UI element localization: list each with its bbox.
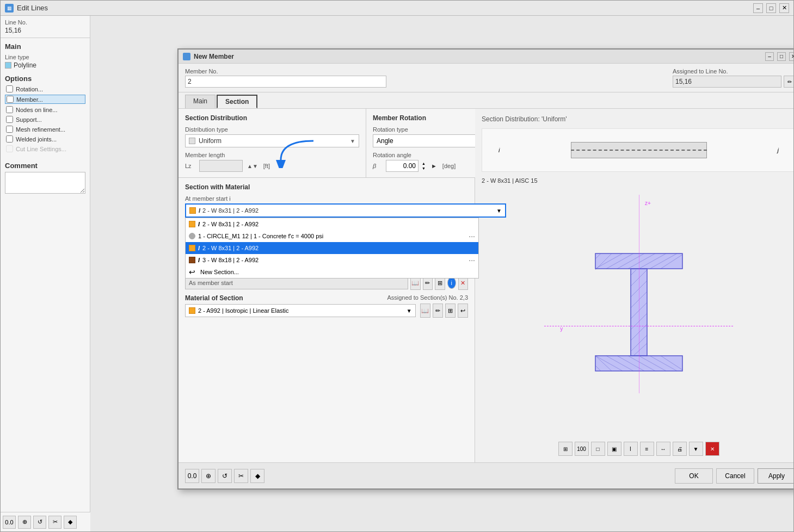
rot-type-select[interactable]: Angle ▼ (373, 134, 493, 147)
mesh-refinement-label: Mesh refinement... (16, 126, 65, 133)
dialog-bottom-icon-3[interactable]: ↺ (218, 469, 232, 483)
material-section: Material of Section Assigned to Section(… (185, 294, 468, 318)
comment-input[interactable] (5, 172, 85, 194)
assigned-edit-btn[interactable]: ✏ (784, 76, 793, 88)
mesh-refinement-checkbox[interactable] (6, 126, 13, 133)
minimize-button[interactable]: – (753, 3, 763, 13)
section-selected-text: 2 - W 8x31 | 2 - A992 (202, 207, 496, 214)
member-checkbox[interactable] (7, 96, 14, 103)
sec-item-3-icon (189, 245, 195, 251)
main-content: New Member – □ ✕ Member No. (90, 16, 793, 531)
rp-icon-9[interactable]: ▼ (689, 442, 703, 456)
sec-item-4-dots[interactable]: ··· (469, 256, 475, 264)
section-item-3[interactable]: I 2 - W 8x31 | 2 - A992 (186, 242, 478, 254)
new-member-dialog: New Member – □ ✕ Member No. (177, 48, 793, 490)
member-no-input[interactable] (185, 76, 386, 88)
section-material-title: Section with Material (185, 183, 468, 191)
section-dropdown-container: I 2 - W 8x31 | 2 - A992 ▼ (185, 203, 506, 218)
tab-section[interactable]: Section (217, 95, 257, 108)
material-book-btn[interactable]: 📖 (420, 304, 430, 318)
option-cut-line-settings[interactable]: Cut Line Settings... (5, 145, 85, 153)
lz-spinners[interactable]: ▲▼ (247, 163, 258, 169)
rp-icon-4[interactable]: ▣ (607, 442, 621, 456)
dialog-bottom-icon-5[interactable]: ◆ (250, 469, 264, 483)
rp-icon-5[interactable]: I (624, 442, 638, 456)
dialog-bottom-icon-1[interactable]: 0.0 (185, 469, 199, 483)
dialog-bottom-icon-2[interactable]: ⊕ (201, 469, 216, 483)
welded-joints-label: Welded joints... (16, 136, 57, 143)
z-plus-label: z+ (645, 200, 651, 206)
rp-icon-6[interactable]: ≡ (640, 442, 654, 456)
edit-lines-body: Line No. 15,16 Main Line type Polyline O… (1, 16, 793, 531)
dialog-title-icon (183, 53, 190, 60)
section-selected-display[interactable]: I 2 - W 8x31 | 2 - A992 ▼ (185, 203, 506, 218)
support-checkbox[interactable] (6, 116, 13, 123)
section-dropdown-row: I 2 - W 8x31 | 2 - A992 ▼ (185, 203, 468, 219)
sidebar-line-type-text: Polyline (14, 61, 36, 69)
ok-button[interactable]: OK (675, 468, 713, 484)
option-welded-joints[interactable]: Welded joints... (5, 135, 85, 143)
dialog-minimize-btn[interactable]: – (765, 52, 774, 61)
apply-button[interactable]: Apply (758, 468, 793, 484)
material-undo-btn[interactable]: ↩ (458, 304, 468, 318)
dialog-left-panel: Section Distribution Distribution type U… (179, 109, 475, 462)
section-item-1[interactable]: I 2 - W 8x31 | 2 - A992 (186, 218, 478, 230)
sidebar-main-label: Main (5, 42, 85, 51)
angle-input[interactable] (386, 160, 418, 172)
rp-icon-x[interactable]: ✕ (705, 442, 719, 456)
tab-main[interactable]: Main (185, 95, 216, 108)
sec-item-2-dots[interactable]: ··· (469, 232, 475, 240)
angle-spinners[interactable]: ▲ ▼ (422, 161, 426, 171)
material-edit-btn[interactable]: ✏ (433, 304, 443, 318)
sidebar-icon-5[interactable]: ◆ (64, 516, 77, 529)
option-mesh-refinement[interactable]: Mesh refinement... (5, 125, 85, 133)
option-support[interactable]: Support... (5, 115, 85, 123)
welded-joints-checkbox[interactable] (6, 135, 13, 143)
rp-icon-1[interactable]: ⊞ (558, 442, 573, 456)
dialog-bottom-icon-4[interactable]: ✂ (234, 469, 248, 483)
sec-item-4-icon (189, 257, 195, 263)
rp-icon-7[interactable]: ↔ (656, 442, 670, 456)
assigned-label: Assigned to Line No. (673, 68, 793, 75)
dialog-titlebar: New Member – □ ✕ (179, 50, 793, 64)
internal-info-btn[interactable]: i (447, 277, 456, 289)
maximize-button[interactable]: □ (766, 3, 776, 13)
rp-icon-8[interactable]: 🖨 (673, 442, 687, 456)
nodes-on-line-checkbox[interactable] (6, 106, 13, 113)
sec-item-2-text: 1 - CIRCLE_M1 12 | 1 - Concrete f'c = 40… (198, 233, 466, 239)
lines-fields: Line No. 15,16 (1, 16, 90, 38)
angle-arrow-btn[interactable]: ► (431, 163, 437, 169)
option-member[interactable]: Member... (5, 95, 85, 104)
beam-diagram (571, 142, 707, 158)
section-item-new[interactable]: ↩ New Section... (186, 266, 478, 278)
sidebar-icon-3[interactable]: ↺ (33, 516, 46, 529)
section-item-4[interactable]: I 3 - W 8x18 | 2 - A992 ··· (186, 254, 478, 266)
sidebar-icon-1[interactable]: 0.0 (3, 516, 16, 529)
dialog-right-panel: Section Distribution: 'Uniform' i j 2 - … (475, 109, 793, 462)
cancel-button[interactable]: Cancel (716, 468, 754, 484)
material-select[interactable]: 2 - A992 | Isotropic | Linear Elastic ▼ (185, 304, 416, 317)
sidebar-icon-4[interactable]: ✂ (48, 516, 61, 529)
lz-input[interactable] (199, 160, 243, 172)
material-copy-btn[interactable]: ⊞ (445, 304, 456, 318)
rp-icon-2[interactable]: 100 (575, 442, 589, 456)
sidebar-icon-2[interactable]: ⊕ (18, 516, 31, 529)
edit-lines-window: ▦ Edit Lines – □ ✕ Line No. 15,16 Main L… (0, 0, 794, 532)
material-select-row: 2 - A992 | Isotropic | Linear Elastic ▼ … (185, 304, 468, 318)
dist-type-select[interactable]: Uniform ▼ (185, 134, 359, 147)
dialog-maximize-btn[interactable]: □ (777, 52, 786, 61)
section-selected-icon (189, 207, 196, 214)
rp-icon-3[interactable]: □ (591, 442, 605, 456)
material-title: Material of Section (185, 294, 243, 302)
option-nodes-on-line[interactable]: Nodes on line... (5, 106, 85, 114)
section-item-2[interactable]: 1 - CIRCLE_M1 12 | 1 - Concrete f'c = 40… (186, 230, 478, 242)
dialog-action-buttons: OK Cancel Apply (675, 468, 793, 484)
assigned-row: 15,16 ✏ (673, 76, 793, 88)
option-rotation[interactable]: Rotation... (5, 85, 85, 93)
rotation-checkbox[interactable] (6, 85, 13, 92)
cut-line-settings-checkbox[interactable] (6, 145, 13, 152)
sidebar-line-type-label: Line type (5, 54, 85, 60)
dialog-close-btn[interactable]: ✕ (789, 52, 793, 61)
close-button[interactable]: ✕ (779, 3, 789, 13)
dialog-title-text: New Member (194, 53, 762, 60)
